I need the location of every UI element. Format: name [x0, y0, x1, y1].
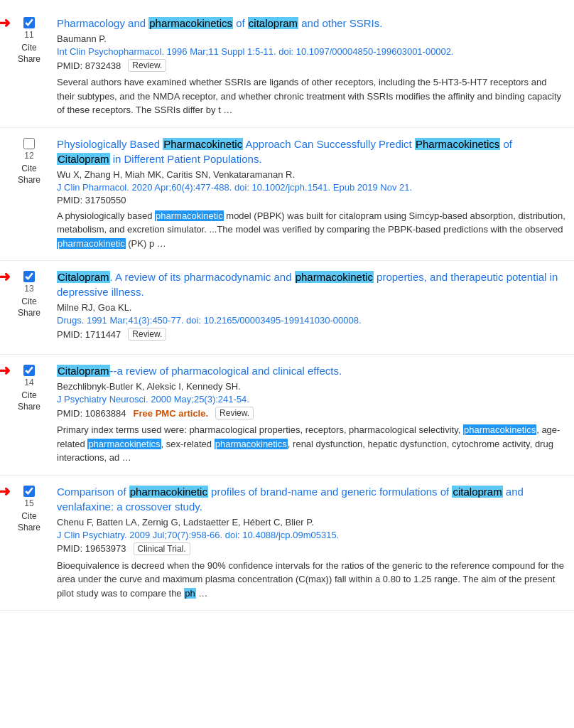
article-type-badge: Clinical Trial. — [134, 542, 190, 555]
article-title[interactable]: Citalopram--a review of pharmacological … — [57, 363, 567, 378]
item-checkbox[interactable] — [23, 271, 35, 282]
item-number: 11 — [24, 30, 33, 40]
item-number: 13 — [24, 284, 33, 294]
share-button[interactable]: Share — [18, 523, 40, 532]
journal-line[interactable]: J Psychiatry Neurosci. 2000 May;25(3):24… — [57, 394, 567, 405]
article-type-badge: Review. — [128, 59, 166, 72]
arrow-icon: ➜ — [0, 268, 11, 285]
highlight-term: pharmacokinetic — [155, 210, 224, 221]
result-item: ➜11CiteSharePharmacology and pharmacokin… — [0, 7, 574, 128]
highlight-term: Citalopram — [57, 365, 110, 377]
highlight-term: pharmacokinetics — [215, 439, 288, 449]
share-button[interactable]: Share — [18, 402, 40, 412]
abstract: Bioequivalence is decreed when the 90% c… — [57, 559, 567, 601]
arrow-icon: ➜ — [0, 483, 11, 500]
pmid: PMID: 10863884 — [57, 408, 126, 419]
pmid-line: PMID: 31750550 — [57, 195, 567, 205]
share-button[interactable]: Share — [18, 54, 40, 64]
pmid-line: PMID: 10863884Free PMC article.Review. — [57, 407, 567, 419]
article-title[interactable]: Pharmacology and pharmacokinetics of cit… — [57, 16, 567, 31]
pmid-line: PMID: 19653973Clinical Trial. — [57, 542, 567, 555]
cite-button[interactable]: Cite — [21, 390, 36, 400]
item-content: Physiologically Based Pharmacokinetic Ap… — [57, 136, 567, 251]
highlight-term: Citalopram — [57, 271, 110, 283]
journal-line[interactable]: Int Clin Psychopharmacol. 1996 Mar;11 Su… — [57, 46, 567, 57]
result-item: 12CiteSharePhysiologically Based Pharmac… — [0, 128, 574, 262]
article-type-badge: Review. — [215, 407, 254, 419]
item-left-col: 15CiteShare — [7, 484, 57, 601]
share-button[interactable]: Share — [18, 308, 40, 318]
pmid-line: PMID: 8732438Review. — [57, 59, 567, 72]
arrow-icon: ➜ — [0, 362, 11, 379]
highlight-term: Citalopram — [57, 153, 110, 165]
pmid: PMID: 1711447 — [57, 329, 121, 340]
abstract: Several authors have examined whether SS… — [57, 75, 567, 117]
highlight-term: citalopram — [248, 17, 298, 29]
pmid-line: PMID: 1711447Review. — [57, 328, 567, 341]
checkbox-row — [23, 486, 35, 497]
highlight-term: pharmacokinetics — [148, 17, 233, 29]
item-left-col: 13CiteShare — [7, 269, 57, 344]
cite-button[interactable]: Cite — [21, 43, 36, 53]
highlight-term: Pharmacokinetic — [163, 138, 243, 150]
item-number: 15 — [24, 498, 33, 508]
pmid: PMID: 8732438 — [57, 60, 121, 71]
free-pmc-badge[interactable]: Free PMC article. — [134, 408, 209, 419]
item-checkbox[interactable] — [23, 17, 35, 28]
item-left-col: 14CiteShare — [7, 363, 57, 465]
pmid: PMID: 19653973 — [57, 543, 126, 554]
share-button[interactable]: Share — [18, 175, 40, 185]
results-list: ➜11CiteSharePharmacology and pharmacokin… — [0, 0, 574, 618]
highlight-term: pharmacokinetics — [463, 424, 536, 435]
authors: Bezchlibnyk-Butler K, Aleksic I, Kennedy… — [57, 381, 567, 392]
item-checkbox[interactable] — [23, 486, 35, 497]
authors: Wu X, Zhang H, Miah MK, Caritis SN, Venk… — [57, 169, 567, 180]
item-number: 14 — [24, 378, 33, 387]
journal-line[interactable]: Drugs. 1991 Mar;41(3):450-77. doi: 10.21… — [57, 315, 567, 326]
item-content: Pharmacology and pharmacokinetics of cit… — [57, 16, 567, 117]
item-checkbox[interactable] — [23, 138, 35, 149]
journal-line[interactable]: J Clin Pharmacol. 2020 Apr;60(4):477-488… — [57, 182, 567, 193]
article-title[interactable]: Comparison of pharmacokinetic profiles o… — [57, 484, 567, 514]
article-type-badge: Review. — [128, 328, 166, 341]
result-item: ➜13CiteShareCitalopram. A review of its … — [0, 261, 574, 355]
result-item: ➜15CiteShareComparison of pharmacokineti… — [0, 476, 574, 611]
arrow-icon: ➜ — [0, 14, 11, 31]
item-content: Citalopram. A review of its pharmacodyna… — [57, 269, 567, 344]
item-content: Comparison of pharmacokinetic profiles o… — [57, 484, 567, 601]
authors: Milne RJ, Goa KL. — [57, 302, 567, 313]
checkbox-row — [23, 17, 35, 28]
checkbox-row — [23, 138, 35, 149]
highlight-term: pharmacokinetic — [295, 271, 374, 283]
highlight-term: Pharmacokinetics — [415, 138, 500, 150]
authors: Baumann P. — [57, 33, 567, 44]
article-title[interactable]: Physiologically Based Pharmacokinetic Ap… — [57, 136, 567, 166]
pmid: PMID: 31750550 — [57, 195, 126, 205]
item-left-col: 11CiteShare — [7, 16, 57, 117]
cite-button[interactable]: Cite — [21, 511, 36, 521]
cite-button[interactable]: Cite — [21, 164, 36, 173]
abstract: Primary index terms used were: pharmacol… — [57, 423, 567, 465]
journal-line[interactable]: J Clin Psychiatry. 2009 Jul;70(7):958-66… — [57, 530, 567, 540]
cite-button[interactable]: Cite — [21, 296, 36, 306]
highlight-term: pharmacokinetics — [87, 439, 161, 449]
highlight-term: ph — [184, 588, 195, 599]
checkbox-row — [23, 365, 35, 376]
result-item: ➜14CiteShareCitalopram--a review of phar… — [0, 355, 574, 476]
highlight-term: citalopram — [452, 486, 502, 498]
highlight-term: pharmacokinetic — [57, 238, 126, 249]
checkbox-row — [23, 271, 35, 282]
article-title[interactable]: Citalopram. A review of its pharmacodyna… — [57, 269, 567, 299]
authors: Chenu F, Batten LA, Zernig G, Ladstaette… — [57, 517, 567, 528]
item-checkbox[interactable] — [23, 365, 35, 376]
item-number: 12 — [24, 151, 33, 161]
abstract: A physiologically based pharmacokinetic … — [57, 209, 567, 251]
item-left-col: 12CiteShare — [7, 136, 57, 251]
item-content: Citalopram--a review of pharmacological … — [57, 363, 567, 465]
highlight-term: pharmacokinetic — [129, 486, 208, 498]
